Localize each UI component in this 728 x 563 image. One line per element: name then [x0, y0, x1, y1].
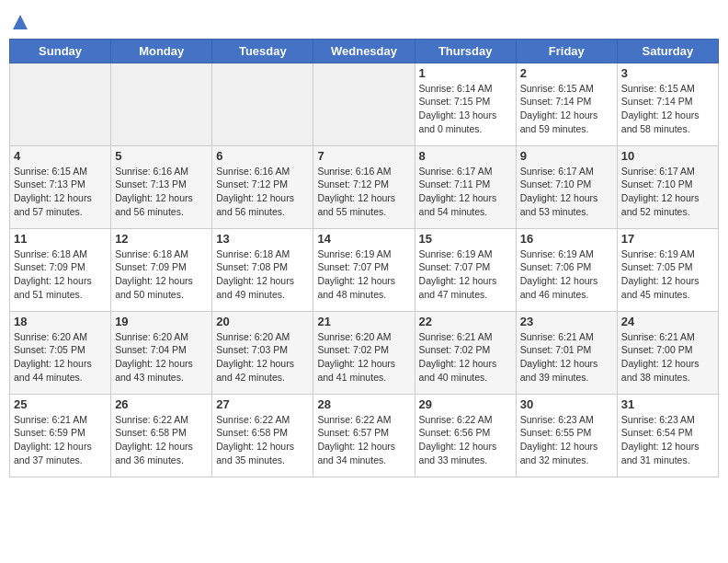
day-number: 19	[115, 315, 208, 328]
day-cell-3: 3Sunrise: 6:15 AM Sunset: 7:14 PM Daylig…	[617, 63, 718, 145]
day-cell-6: 6Sunrise: 6:16 AM Sunset: 7:12 PM Daylig…	[212, 145, 313, 228]
day-info: Sunrise: 6:16 AM Sunset: 7:12 PM Dayligh…	[216, 165, 309, 219]
day-info: Sunrise: 6:20 AM Sunset: 7:03 PM Dayligh…	[216, 330, 309, 385]
week-row-5: 25Sunrise: 6:21 AM Sunset: 6:59 PM Dayli…	[10, 394, 719, 477]
day-info: Sunrise: 6:17 AM Sunset: 7:11 PM Dayligh…	[419, 165, 512, 219]
day-number: 29	[419, 397, 512, 411]
day-info: Sunrise: 6:19 AM Sunset: 7:07 PM Dayligh…	[317, 247, 410, 302]
week-row-2: 4Sunrise: 6:15 AM Sunset: 7:13 PM Daylig…	[10, 145, 719, 228]
day-cell-17: 17Sunrise: 6:19 AM Sunset: 7:05 PM Dayli…	[617, 228, 718, 311]
day-info: Sunrise: 6:21 AM Sunset: 6:59 PM Dayligh…	[14, 413, 107, 467]
day-cell-19: 19Sunrise: 6:20 AM Sunset: 7:04 PM Dayli…	[111, 311, 212, 394]
header-row: SundayMondayTuesdayWednesdayThursdayFrid…	[10, 39, 719, 63]
day-info: Sunrise: 6:14 AM Sunset: 7:15 PM Dayligh…	[419, 82, 512, 136]
day-cell-26: 26Sunrise: 6:22 AM Sunset: 6:58 PM Dayli…	[111, 394, 212, 477]
day-info: Sunrise: 6:22 AM Sunset: 6:58 PM Dayligh…	[115, 413, 208, 467]
day-cell-22: 22Sunrise: 6:21 AM Sunset: 7:02 PM Dayli…	[415, 311, 516, 394]
week-row-4: 18Sunrise: 6:20 AM Sunset: 7:05 PM Dayli…	[10, 311, 719, 394]
day-header-thursday: Thursday	[415, 39, 516, 63]
empty-cell	[212, 63, 313, 145]
day-number: 28	[317, 397, 410, 411]
day-cell-18: 18Sunrise: 6:20 AM Sunset: 7:05 PM Dayli…	[10, 311, 111, 394]
day-info: Sunrise: 6:17 AM Sunset: 7:10 PM Dayligh…	[520, 165, 613, 219]
day-number: 9	[520, 149, 613, 163]
calendar-table: SundayMondayTuesdayWednesdayThursdayFrid…	[9, 39, 719, 477]
day-number: 5	[115, 149, 208, 163]
day-number: 17	[621, 232, 714, 246]
day-info: Sunrise: 6:20 AM Sunset: 7:02 PM Dayligh…	[317, 330, 410, 385]
day-number: 30	[520, 397, 613, 411]
week-row-1: 1Sunrise: 6:14 AM Sunset: 7:15 PM Daylig…	[10, 63, 719, 145]
day-info: Sunrise: 6:16 AM Sunset: 7:12 PM Dayligh…	[317, 165, 410, 219]
logo-general	[9, 9, 29, 31]
day-info: Sunrise: 6:22 AM Sunset: 6:57 PM Dayligh…	[317, 413, 410, 467]
day-header-saturday: Saturday	[617, 39, 718, 63]
day-cell-23: 23Sunrise: 6:21 AM Sunset: 7:01 PM Dayli…	[516, 311, 617, 394]
day-info: Sunrise: 6:17 AM Sunset: 7:10 PM Dayligh…	[621, 165, 714, 219]
empty-cell	[111, 63, 212, 145]
day-number: 23	[520, 315, 613, 328]
day-number: 10	[621, 149, 714, 163]
day-cell-31: 31Sunrise: 6:23 AM Sunset: 6:54 PM Dayli…	[617, 394, 718, 477]
day-cell-10: 10Sunrise: 6:17 AM Sunset: 7:10 PM Dayli…	[617, 145, 718, 228]
day-info: Sunrise: 6:15 AM Sunset: 7:14 PM Dayligh…	[520, 82, 613, 136]
day-info: Sunrise: 6:22 AM Sunset: 6:56 PM Dayligh…	[419, 413, 512, 467]
logo	[9, 9, 29, 31]
day-number: 11	[14, 232, 107, 246]
day-info: Sunrise: 6:15 AM Sunset: 7:14 PM Dayligh…	[621, 82, 714, 136]
day-info: Sunrise: 6:23 AM Sunset: 6:54 PM Dayligh…	[621, 413, 714, 467]
day-info: Sunrise: 6:20 AM Sunset: 7:04 PM Dayligh…	[115, 330, 208, 385]
day-info: Sunrise: 6:18 AM Sunset: 7:09 PM Dayligh…	[14, 247, 107, 302]
day-number: 24	[621, 315, 714, 328]
day-header-sunday: Sunday	[10, 39, 111, 63]
empty-cell	[10, 63, 111, 145]
day-header-wednesday: Wednesday	[313, 39, 415, 63]
day-number: 1	[419, 66, 512, 80]
day-number: 20	[216, 315, 309, 328]
day-number: 18	[14, 315, 107, 328]
day-cell-12: 12Sunrise: 6:18 AM Sunset: 7:09 PM Dayli…	[111, 228, 212, 311]
day-info: Sunrise: 6:23 AM Sunset: 6:55 PM Dayligh…	[520, 413, 613, 467]
day-number: 4	[14, 149, 107, 163]
day-info: Sunrise: 6:15 AM Sunset: 7:13 PM Dayligh…	[14, 165, 107, 219]
day-number: 27	[216, 397, 309, 411]
day-cell-25: 25Sunrise: 6:21 AM Sunset: 6:59 PM Dayli…	[10, 394, 111, 477]
day-number: 16	[520, 232, 613, 246]
day-number: 31	[621, 397, 714, 411]
day-cell-24: 24Sunrise: 6:21 AM Sunset: 7:00 PM Dayli…	[617, 311, 718, 394]
day-cell-16: 16Sunrise: 6:19 AM Sunset: 7:06 PM Dayli…	[516, 228, 617, 311]
day-info: Sunrise: 6:19 AM Sunset: 7:06 PM Dayligh…	[520, 247, 613, 302]
day-cell-7: 7Sunrise: 6:16 AM Sunset: 7:12 PM Daylig…	[313, 145, 415, 228]
day-cell-20: 20Sunrise: 6:20 AM Sunset: 7:03 PM Dayli…	[212, 311, 313, 394]
day-number: 6	[216, 149, 309, 163]
day-cell-1: 1Sunrise: 6:14 AM Sunset: 7:15 PM Daylig…	[415, 63, 516, 145]
day-number: 25	[14, 397, 107, 411]
day-info: Sunrise: 6:22 AM Sunset: 6:58 PM Dayligh…	[216, 413, 309, 467]
day-cell-2: 2Sunrise: 6:15 AM Sunset: 7:14 PM Daylig…	[516, 63, 617, 145]
day-number: 12	[115, 232, 208, 246]
day-cell-11: 11Sunrise: 6:18 AM Sunset: 7:09 PM Dayli…	[10, 228, 111, 311]
day-number: 15	[419, 232, 512, 246]
day-number: 13	[216, 232, 309, 246]
day-cell-8: 8Sunrise: 6:17 AM Sunset: 7:11 PM Daylig…	[415, 145, 516, 228]
day-info: Sunrise: 6:16 AM Sunset: 7:13 PM Dayligh…	[115, 165, 208, 219]
day-cell-28: 28Sunrise: 6:22 AM Sunset: 6:57 PM Dayli…	[313, 394, 415, 477]
empty-cell	[313, 63, 415, 145]
day-info: Sunrise: 6:19 AM Sunset: 7:07 PM Dayligh…	[419, 247, 512, 302]
day-header-monday: Monday	[111, 39, 212, 63]
day-number: 21	[317, 315, 410, 328]
page-header	[9, 9, 719, 31]
logo-icon	[11, 13, 29, 31]
day-cell-29: 29Sunrise: 6:22 AM Sunset: 6:56 PM Dayli…	[415, 394, 516, 477]
day-number: 2	[520, 66, 613, 80]
day-info: Sunrise: 6:21 AM Sunset: 7:01 PM Dayligh…	[520, 330, 613, 385]
day-info: Sunrise: 6:18 AM Sunset: 7:09 PM Dayligh…	[115, 247, 208, 302]
day-cell-30: 30Sunrise: 6:23 AM Sunset: 6:55 PM Dayli…	[516, 394, 617, 477]
day-number: 3	[621, 66, 714, 80]
day-cell-4: 4Sunrise: 6:15 AM Sunset: 7:13 PM Daylig…	[10, 145, 111, 228]
day-info: Sunrise: 6:19 AM Sunset: 7:05 PM Dayligh…	[621, 247, 714, 302]
day-cell-9: 9Sunrise: 6:17 AM Sunset: 7:10 PM Daylig…	[516, 145, 617, 228]
day-cell-15: 15Sunrise: 6:19 AM Sunset: 7:07 PM Dayli…	[415, 228, 516, 311]
day-cell-21: 21Sunrise: 6:20 AM Sunset: 7:02 PM Dayli…	[313, 311, 415, 394]
day-number: 26	[115, 397, 208, 411]
